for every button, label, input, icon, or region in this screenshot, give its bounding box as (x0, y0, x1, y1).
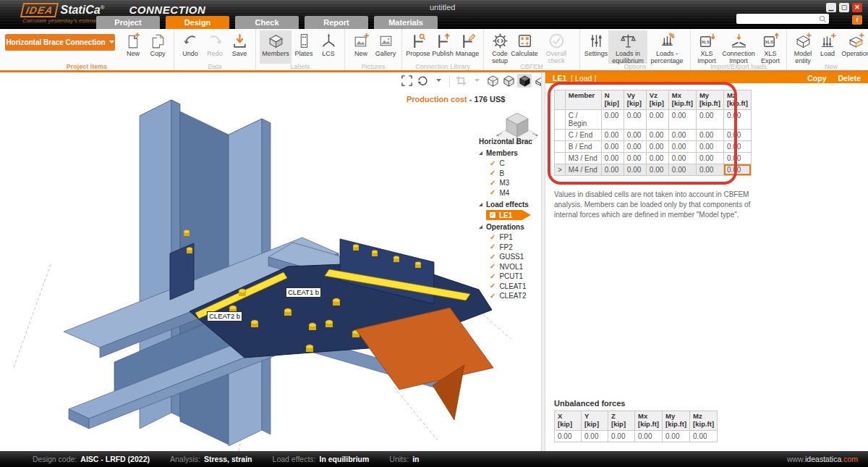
value-cell[interactable]: 0.00 (696, 152, 723, 164)
gallery-button[interactable]: Gallery (373, 30, 398, 64)
value-cell[interactable]: 0.00 (646, 152, 668, 164)
loads-percentage-button[interactable]: Loads - percentage (647, 30, 686, 64)
connection-import-button[interactable]: Connection Import (719, 30, 758, 64)
new-operation-button[interactable]: Operation (840, 30, 868, 64)
info-button[interactable]: i (852, 15, 862, 25)
loads-in-equilibrium-button[interactable]: Loads in equilibrium (608, 30, 647, 64)
undo-button[interactable]: Undo (178, 30, 203, 64)
close-button[interactable]: ✕ (852, 3, 862, 12)
value-cell[interactable]: 0.00 (668, 164, 696, 175)
propose-button[interactable]: Propose (406, 30, 430, 64)
section-dropdown[interactable] (469, 74, 484, 88)
value-cell[interactable]: 0.00 (646, 129, 668, 140)
tree-item-c[interactable]: ✓C (479, 159, 544, 169)
tree-item-m4[interactable]: ✓M4 (479, 188, 544, 198)
new-project-item-button[interactable]: New (121, 30, 145, 64)
redo-button[interactable]: Redo (203, 30, 227, 64)
tree-section-operations[interactable]: Operations (479, 223, 544, 231)
selected-value-cell[interactable]: 0.00 (723, 164, 751, 175)
website-link[interactable]: www.ideastatica.com (787, 455, 858, 463)
rotate-dropdown[interactable] (431, 74, 446, 88)
model-viewport[interactable]: CLEAT1 b CLEAT2 b Production cost - 176 … (0, 72, 542, 451)
tree-item-le1-selected[interactable]: ✓LE1 (486, 210, 531, 220)
tree-item-nvol1[interactable]: ✓NVOL1 (479, 262, 544, 272)
value-cell[interactable]: 0.00 (601, 129, 624, 140)
tab-design[interactable]: Design (166, 16, 229, 29)
value-cell[interactable]: 0.00 (723, 109, 751, 129)
tab-check[interactable]: Check (235, 16, 299, 29)
xls-export-button[interactable]: XLS XLS Export (758, 30, 783, 64)
status-design-code[interactable]: Design code:AISC - LRFD (2022) (33, 455, 150, 463)
manage-button[interactable]: Manage (455, 30, 480, 64)
members-labels-button[interactable]: Members (260, 30, 292, 64)
tree-item-fp2[interactable]: ✓FP2 (479, 243, 544, 253)
lcs-labels-button[interactable]: LCS (316, 30, 341, 64)
value-cell[interactable]: 0.00 (668, 140, 696, 152)
value-cell[interactable]: 0.00 (696, 129, 723, 140)
delete-load-button[interactable]: Delete (838, 74, 861, 83)
settings-button[interactable]: Settings (584, 30, 608, 64)
tab-materials[interactable]: Materials (374, 16, 438, 29)
new-load-button[interactable]: Load (815, 30, 840, 64)
zoom-fit-button[interactable] (399, 74, 414, 88)
copy-load-button[interactable]: Copy (807, 74, 826, 83)
value-cell[interactable]: 0.00 (624, 152, 646, 164)
value-cell[interactable]: 0.00 (601, 109, 624, 129)
calculate-button[interactable]: Calculate (512, 30, 537, 64)
unbalanced-forces-title: Unbalanced forces (554, 399, 625, 408)
rotate-view-button[interactable] (415, 74, 430, 88)
tab-project[interactable]: Project (96, 16, 160, 29)
value-cell[interactable]: 0.00 (696, 109, 723, 129)
xls-import-button[interactable]: XLS XLS Import (694, 30, 719, 64)
value-cell[interactable]: 0.00 (624, 129, 646, 140)
value-cell[interactable]: 0.00 (646, 164, 668, 175)
tree-section-load-effects[interactable]: Load effects (479, 201, 544, 209)
tree-item-b[interactable]: ✓B (479, 169, 544, 179)
value-cell[interactable]: 0.00 (668, 109, 696, 129)
tree-item-fp1[interactable]: ✓FP1 (479, 232, 544, 243)
value-cell[interactable]: 0.00 (696, 140, 723, 152)
value-cell[interactable]: 0.00 (624, 164, 646, 175)
tree-item-cleat2[interactable]: ✓CLEAT2 (479, 291, 544, 301)
tree-item-m3[interactable]: ✓M3 (479, 178, 544, 188)
status-load-effects[interactable]: Load effects:In equilibrium (273, 455, 370, 463)
wireframe-view-button[interactable] (485, 74, 500, 88)
value-cell[interactable]: 0.00 (646, 140, 668, 152)
value-cell[interactable]: 0.00 (723, 140, 751, 152)
value-cell[interactable]: 0.00 (696, 164, 723, 175)
tree-section-members[interactable]: Members (479, 149, 544, 157)
plates-labels-button[interactable]: LCS Plates (292, 30, 316, 64)
overall-check-button[interactable]: Overall check (537, 30, 576, 64)
tree-item-pcut1[interactable]: ✓PCUT1 (479, 272, 544, 282)
value-cell[interactable]: 0.00 (601, 152, 624, 164)
value-cell[interactable]: 0.00 (601, 140, 624, 152)
value-cell[interactable]: 0.00 (624, 140, 646, 152)
publish-button[interactable]: Publish (430, 30, 455, 64)
solid-view-button[interactable] (517, 74, 532, 88)
tab-report[interactable]: Report (305, 16, 368, 29)
copy-project-item-button[interactable]: Copy (145, 30, 170, 64)
connection-selector[interactable]: Horizontal Brace Connection (5, 34, 115, 51)
value-cell[interactable]: 0.00 (668, 152, 696, 164)
value-cell[interactable]: 0.00 (723, 152, 751, 164)
value-cell[interactable]: 0.00 (668, 129, 696, 140)
value-cell[interactable]: 0.00 (723, 129, 751, 140)
transparent-view-button[interactable] (501, 74, 516, 88)
tree-item-cleat1[interactable]: ✓CLEAT1 (479, 282, 544, 292)
value-cell[interactable]: 0.00 (624, 109, 646, 129)
status-units[interactable]: Units:in (389, 455, 419, 463)
minimize-button[interactable]: ▁ (826, 3, 836, 12)
model-entity-button[interactable]: Model entity (791, 30, 815, 64)
crop-icon (456, 75, 467, 86)
tree-item-guss1[interactable]: ✓GUSS1 (479, 252, 544, 262)
status-analysis[interactable]: Analysis:Stress, strain (170, 455, 252, 463)
save-button[interactable]: Save (227, 30, 252, 64)
maximize-button[interactable]: ▢ (839, 3, 849, 12)
code-setup-button[interactable]: Code setup (488, 30, 512, 64)
new-picture-button[interactable]: New (349, 30, 373, 64)
section-tool-button[interactable] (454, 74, 468, 88)
value-cell[interactable]: 0.00 (646, 109, 668, 129)
value-cell[interactable]: 0.00 (601, 164, 624, 175)
xls-export-icon: XLS (762, 32, 780, 50)
search-input[interactable] (736, 14, 829, 24)
